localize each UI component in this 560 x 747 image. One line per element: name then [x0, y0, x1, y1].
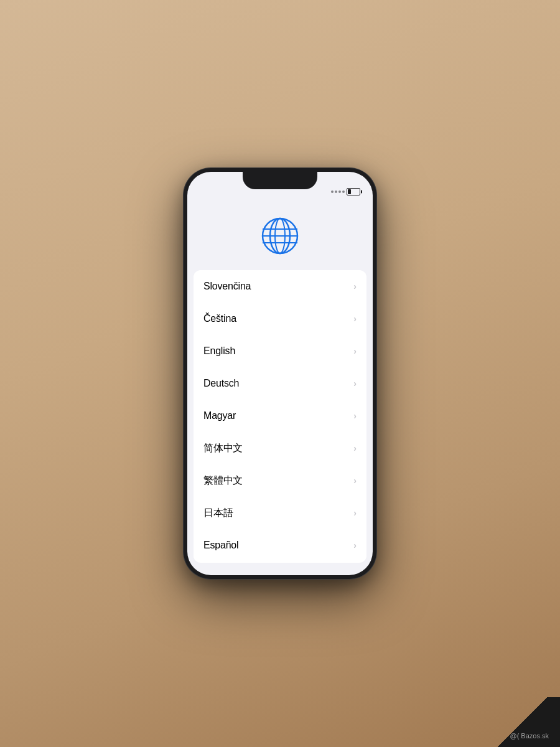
chevron-icon-simplified-chinese: ›	[353, 443, 357, 453]
globe-icon	[261, 217, 299, 255]
signal-dot-4	[342, 190, 345, 193]
phone-notch	[243, 172, 317, 189]
language-label-español: Español	[203, 540, 238, 551]
language-item-čeština[interactable]: Čeština›	[194, 303, 366, 335]
language-list: Slovenčina›Čeština›English›Deutsch›Magya…	[194, 270, 366, 563]
language-item-traditional-chinese[interactable]: 繁體中文›	[194, 464, 366, 497]
signal-dot-3	[338, 190, 341, 193]
language-label-deutsch: Deutsch	[203, 378, 239, 389]
chevron-icon-čeština: ›	[353, 314, 357, 324]
language-label-traditional-chinese: 繁體中文	[203, 474, 243, 487]
language-label-simplified-chinese: 简体中文	[203, 442, 243, 455]
battery-indicator	[331, 188, 360, 195]
chevron-icon-slovenčina: ›	[353, 281, 357, 291]
language-label-slovenčina: Slovenčina	[203, 281, 251, 292]
battery-fill	[348, 189, 351, 194]
chevron-icon-deutsch: ›	[353, 378, 357, 388]
battery-icon	[347, 188, 360, 195]
language-item-japanese[interactable]: 日本語›	[194, 497, 366, 529]
screen-content: Slovenčina›Čeština›English›Deutsch›Magya…	[187, 198, 373, 575]
globe-area	[261, 204, 299, 270]
language-item-simplified-chinese[interactable]: 简体中文›	[194, 432, 366, 464]
language-label-english: English	[203, 345, 235, 357]
language-item-english[interactable]: English›	[194, 335, 366, 367]
chevron-icon-japanese: ›	[353, 508, 357, 518]
signal-dot-1	[331, 190, 334, 193]
chevron-icon-traditional-chinese: ›	[353, 476, 357, 486]
language-item-magyar[interactable]: Magyar›	[194, 400, 366, 432]
watermark: @( Bazos.sk	[510, 732, 549, 740]
signal-dot-2	[335, 190, 337, 193]
language-item-slovenčina[interactable]: Slovenčina›	[194, 270, 366, 303]
chevron-icon-español: ›	[353, 540, 357, 550]
language-item-español[interactable]: Español›	[194, 529, 366, 561]
chevron-icon-magyar: ›	[353, 411, 357, 421]
language-item-deutsch[interactable]: Deutsch›	[194, 367, 366, 400]
phone-device: Slovenčina›Čeština›English›Deutsch›Magya…	[184, 168, 376, 579]
phone-screen: Slovenčina›Čeština›English›Deutsch›Magya…	[187, 172, 373, 575]
table-background: Slovenčina›Čeština›English›Deutsch›Magya…	[0, 0, 560, 747]
chevron-icon-english: ›	[353, 346, 357, 356]
language-label-magyar: Magyar	[203, 410, 236, 421]
language-label-japanese: 日本語	[203, 507, 233, 520]
language-label-čeština: Čeština	[203, 313, 236, 324]
signal-dots	[331, 190, 345, 193]
